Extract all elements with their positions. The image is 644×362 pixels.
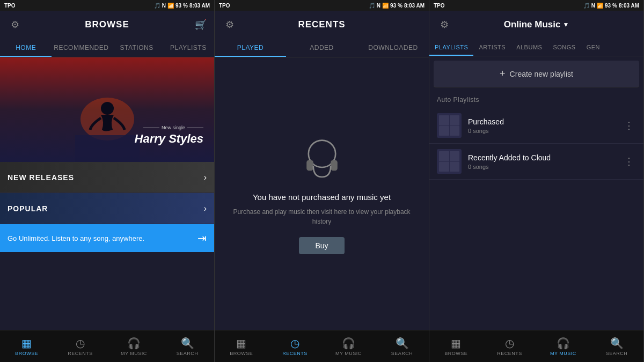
tab-added[interactable]: ADDED <box>286 39 357 57</box>
nav-search-2[interactable]: 🔍 SEARCH <box>375 330 429 362</box>
playlist-thumb-recently-added <box>437 149 462 174</box>
svg-rect-1 <box>75 135 140 162</box>
tab-stations[interactable]: STATIONS <box>111 39 162 57</box>
playlist-menu-purchased[interactable]: ⋮ <box>622 117 636 134</box>
search-nav-label-2: SEARCH <box>391 351 413 356</box>
tab-recommended[interactable]: RECOMMENDED <box>52 39 111 57</box>
nav-recents-1[interactable]: ◷ RECENTS <box>54 330 107 362</box>
bluetooth-icon-2: 🎵 <box>369 3 375 9</box>
nav-search-3[interactable]: 🔍 SEARCH <box>590 330 643 362</box>
browse-nav-icon-2: ▦ <box>236 337 246 350</box>
browse-nav-label-3: BROWSE <box>444 351 467 356</box>
hero-silhouette <box>75 76 140 162</box>
create-playlist-text: Create new playlist <box>510 70 573 78</box>
signal-icon: 📶 <box>167 3 174 9</box>
unlimited-icon: ⇥ <box>197 232 207 245</box>
status-bar-2: TPO 🎵 N 📶 93% 8:03 AM <box>215 0 429 11</box>
popular-arrow: › <box>204 204 207 213</box>
create-playlist-button[interactable]: + Create new playlist <box>434 61 639 87</box>
new-releases-label: NEW RELEASES <box>8 173 204 182</box>
thumb-cell <box>439 151 449 161</box>
thumb-cell <box>439 162 449 172</box>
mymusic-header: ⚙ Online Music ▼ <box>429 11 643 39</box>
hero-artist: Harry Styles <box>135 132 203 146</box>
playlist-thumb-purchased <box>437 113 462 138</box>
tab-home[interactable]: HOME <box>0 39 52 57</box>
browse-nav-label-2: BROWSE <box>230 351 253 356</box>
playlist-name-recently-added: Recently Added to Cloud <box>468 153 622 162</box>
browse-panel: TPO 🎵 N 📶 93% 8:03 AM ⚙ BROWSE 🛒 HOME RE… <box>0 0 215 362</box>
nav-search-1[interactable]: 🔍 SEARCH <box>160 330 214 362</box>
music-tab-gen[interactable]: GEN <box>581 39 605 56</box>
nav-browse-1[interactable]: ▦ BROWSE <box>0 330 54 362</box>
nav-mymusic-2[interactable]: 🎧 MY MUSIC <box>322 330 376 362</box>
network-icon-3: N <box>591 3 595 9</box>
nav-browse-2[interactable]: ▦ BROWSE <box>215 330 268 362</box>
mymusic-nav-label-2: MY MUSIC <box>335 351 362 356</box>
search-nav-icon-3: 🔍 <box>610 337 624 350</box>
settings-icon-3[interactable]: ⚙ <box>437 17 452 32</box>
tab-played[interactable]: PLAYED <box>215 39 286 57</box>
headphones-icon <box>298 134 346 182</box>
status-bar-1: TPO 🎵 N 📶 93% 8:03 AM <box>0 0 214 11</box>
cart-icon[interactable]: 🛒 <box>192 19 207 31</box>
mymusic-nav-icon-2: 🎧 <box>342 337 355 350</box>
new-releases-row[interactable]: NEW RELEASES › <box>0 162 214 193</box>
mymusic-nav-icon-3: 🎧 <box>557 337 570 350</box>
settings-icon-2[interactable]: ⚙ <box>222 17 237 32</box>
svg-rect-5 <box>331 160 338 171</box>
svg-rect-4 <box>306 160 313 171</box>
music-tab-albums[interactable]: ALBUMS <box>511 39 547 56</box>
tab-downloaded[interactable]: DOWNLOADED <box>357 39 429 57</box>
music-tab-playlists[interactable]: PLAYLISTS <box>429 39 473 56</box>
popular-row[interactable]: POPULAR › <box>0 193 214 224</box>
recents-tabs: PLAYED ADDED DOWNLOADED <box>215 39 429 57</box>
tab-playlists[interactable]: PLAYLISTS <box>163 39 214 57</box>
browse-header: ⚙ BROWSE 🛒 <box>0 11 214 39</box>
signal-icon-3: 📶 <box>597 3 603 9</box>
network-icon: N <box>162 3 166 9</box>
recents-nav-icon-2: ◷ <box>290 337 299 350</box>
thumb-cell <box>439 126 449 136</box>
music-tab-songs[interactable]: SONGS <box>547 39 581 56</box>
empty-subtitle: Purchase and play music then visit here … <box>225 207 418 226</box>
network-icon-2: N <box>377 3 380 9</box>
svg-point-2 <box>101 102 114 115</box>
recents-nav-icon-3: ◷ <box>505 337 514 350</box>
bluetooth-icon-3: 🎵 <box>583 3 590 9</box>
browse-nav-icon: ▦ <box>21 337 32 350</box>
unlimited-banner[interactable]: Go Unlimited. Listen to any song, anywhe… <box>0 224 214 252</box>
mymusic-nav-label-3: MY MUSIC <box>550 351 576 356</box>
nav-mymusic-3[interactable]: 🎧 MY MUSIC <box>537 330 590 362</box>
playlist-recently-added[interactable]: Recently Added to Cloud 0 songs ⋮ <box>429 144 643 180</box>
music-tab-artists[interactable]: ARTISTS <box>473 39 511 56</box>
auto-playlists-label: Auto Playlists <box>429 92 643 108</box>
playlist-menu-recently-added[interactable]: ⋮ <box>622 153 636 169</box>
recents-title: RECENTS <box>237 19 406 30</box>
nav-recents-3[interactable]: ◷ RECENTS <box>483 330 537 362</box>
signal-icon-2: 📶 <box>382 3 389 9</box>
carrier-2: TPO <box>219 3 230 9</box>
recents-nav-icon-1: ◷ <box>76 337 85 350</box>
nav-browse-3[interactable]: ▦ BROWSE <box>429 330 483 362</box>
recents-nav-label-3: RECENTS <box>497 351 522 356</box>
hero-subtitle: New single <box>135 125 203 130</box>
music-tabs: PLAYLISTS ARTISTS ALBUMS SONGS GEN <box>429 39 643 56</box>
hero-content: New single Harry Styles <box>135 125 203 146</box>
new-releases-arrow: › <box>204 173 207 182</box>
nav-mymusic-1[interactable]: 🎧 MY MUSIC <box>107 330 161 362</box>
settings-icon-1[interactable]: ⚙ <box>8 17 23 32</box>
nav-recents-2[interactable]: ◷ RECENTS <box>268 330 322 362</box>
thumb-cell <box>439 115 449 125</box>
empty-title: You have not purchased any music yet <box>253 193 391 202</box>
playlist-info-purchased: Purchased 0 songs <box>468 117 622 134</box>
bottom-nav-2: ▦ BROWSE ◷ RECENTS 🎧 MY MUSIC 🔍 SEARCH <box>215 330 429 362</box>
recents-nav-label-1: RECENTS <box>68 351 93 356</box>
status-right-1: 🎵 N 📶 93% 8:03 AM <box>154 3 210 9</box>
playlist-purchased[interactable]: Purchased 0 songs ⋮ <box>429 108 643 144</box>
buy-button[interactable]: Buy <box>299 237 344 254</box>
popular-label: POPULAR <box>8 204 204 213</box>
recents-nav-label-2: RECENTS <box>282 351 308 356</box>
dropdown-arrow[interactable]: ▼ <box>562 21 569 28</box>
status-bar-3: TPO 🎵 N 📶 93% 8:03 AM <box>429 0 643 11</box>
